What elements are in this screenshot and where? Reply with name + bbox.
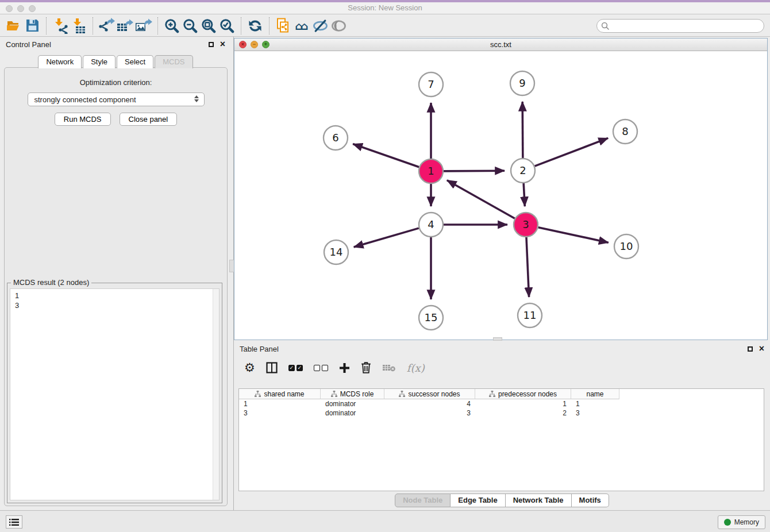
network-canvas[interactable]: 7968124314101511 xyxy=(234,51,767,340)
mcds-result-group: MCDS result (2 nodes) 1 3 xyxy=(7,283,222,503)
network-close-button[interactable]: × xyxy=(239,41,247,48)
graph-edge-2-3[interactable] xyxy=(523,183,525,206)
first-neighbors-icon[interactable]: ⌂⌂ xyxy=(292,17,311,35)
network-maximize-button[interactable]: + xyxy=(262,41,270,48)
graph-edge-4-14[interactable] xyxy=(354,228,419,247)
graph-node-label-6: 6 xyxy=(332,132,338,144)
deselect-all-icon[interactable] xyxy=(314,365,328,371)
float-panel-icon[interactable] xyxy=(209,42,214,47)
toolbar-separator xyxy=(93,17,93,34)
memory-status-icon xyxy=(724,519,731,526)
select-all-icon[interactable]: ✓✓ xyxy=(288,365,303,371)
graph-edge-3-10[interactable] xyxy=(538,228,608,243)
column-header-name[interactable]: name xyxy=(571,389,619,399)
float-table-panel-icon[interactable] xyxy=(748,346,753,352)
zoom-fit-icon[interactable] xyxy=(199,17,218,35)
search-icon xyxy=(601,22,609,30)
tab-node-table[interactable]: Node Table xyxy=(395,494,451,507)
tab-edge-table[interactable]: Edge Table xyxy=(451,494,505,507)
tab-network[interactable]: Network xyxy=(38,55,82,68)
column-header-predecessor-nodes[interactable]: predecessor nodes xyxy=(475,389,571,399)
export-image-icon[interactable] xyxy=(134,17,153,35)
mcds-result-title: MCDS result (2 nodes) xyxy=(11,278,91,287)
column-header-shared-name[interactable]: shared name xyxy=(239,389,321,399)
network-graph[interactable]: 7968124314101511 xyxy=(234,51,767,340)
memory-button[interactable]: Memory xyxy=(718,515,765,529)
column-header-successor-nodes[interactable]: successor nodes xyxy=(384,389,475,399)
save-session-icon[interactable] xyxy=(23,17,41,35)
graph-edge-1-6[interactable] xyxy=(353,144,419,167)
list-icon xyxy=(9,518,19,526)
cell-predecessor-nodes: 1 xyxy=(475,399,571,408)
graph-node-label-7: 7 xyxy=(428,78,434,90)
column-type-icon xyxy=(331,391,337,397)
column-type-icon xyxy=(399,391,405,397)
tab-style[interactable]: Style xyxy=(83,55,116,68)
criterion-dropdown[interactable]: strongly connected component xyxy=(28,92,205,106)
show-columns-icon[interactable] xyxy=(266,362,278,373)
delete-table-icon xyxy=(382,363,396,372)
tab-network-table[interactable]: Network Table xyxy=(506,494,572,507)
delete-column-trash-icon[interactable] xyxy=(361,362,371,373)
graph-node-label-10: 10 xyxy=(620,240,633,252)
close-table-panel-icon[interactable]: × xyxy=(759,345,764,352)
node-table-header: shared name MCDS role successor nodes pr… xyxy=(239,389,764,399)
graph-edge-2-8[interactable] xyxy=(535,138,609,166)
show-graphics-icon[interactable] xyxy=(329,17,348,35)
hide-graphics-icon[interactable] xyxy=(311,17,329,35)
graph-node-label-2: 2 xyxy=(519,164,526,176)
task-history-button[interactable] xyxy=(6,515,22,529)
memory-label: Memory xyxy=(734,518,759,526)
graph-edge-3-1[interactable] xyxy=(447,180,515,218)
control-panel-title: Control Panel xyxy=(6,40,51,49)
graph-node-label-4: 4 xyxy=(428,218,434,230)
graph-edge-3-11[interactable] xyxy=(526,237,529,297)
tab-motifs[interactable]: Motifs xyxy=(572,494,609,507)
mcds-result-line: 3 xyxy=(15,300,219,310)
network-window-titlebar[interactable]: × − + scc.txt xyxy=(234,38,767,51)
search-box[interactable] xyxy=(596,19,764,33)
graph-node-label-11: 11 xyxy=(523,309,537,321)
node-table[interactable]: shared name MCDS role successor nodes pr… xyxy=(238,388,764,491)
function-builder-icon: f(x) xyxy=(407,362,425,374)
open-file-icon[interactable] xyxy=(5,17,23,35)
duplicate-network-icon[interactable] xyxy=(274,17,292,35)
horizontal-divider-handle[interactable] xyxy=(493,337,502,341)
refresh-icon[interactable] xyxy=(246,17,264,35)
zoom-in-icon[interactable] xyxy=(163,17,181,35)
main-toolbar: ⌂⌂ xyxy=(0,15,770,37)
tab-select[interactable]: Select xyxy=(117,55,153,68)
graph-edge-1-2[interactable] xyxy=(444,171,505,171)
export-network-icon[interactable] xyxy=(98,17,116,35)
import-network-icon[interactable] xyxy=(51,17,70,35)
tab-mcds[interactable]: MCDS xyxy=(155,55,192,68)
run-mcds-button[interactable]: Run MCDS xyxy=(55,113,111,126)
table-row[interactable]: 1 dominator 4 1 1 xyxy=(239,399,764,408)
add-column-plus-icon[interactable] xyxy=(339,363,350,373)
column-header-mcds-role[interactable]: MCDS role xyxy=(321,389,384,399)
app-titlebar: Session: New Session xyxy=(0,0,770,14)
control-panel-tabs: Network Style Select MCDS xyxy=(0,55,231,68)
table-settings-gear-icon[interactable]: ⚙ xyxy=(244,362,255,374)
zoom-out-icon[interactable] xyxy=(181,17,199,35)
cell-shared-name: 3 xyxy=(239,408,321,418)
export-table-icon[interactable] xyxy=(116,17,134,35)
toolbar-separator xyxy=(157,17,158,34)
network-window: × − + scc.txt 7968124314101511 xyxy=(234,38,768,340)
close-panel-button[interactable]: Close panel xyxy=(120,113,178,126)
close-panel-icon[interactable]: × xyxy=(220,41,225,48)
result-scrollbar[interactable] xyxy=(213,289,219,500)
dropdown-stepper-icon xyxy=(194,95,199,102)
app-window: { "window": { "title": "Session: New Ses… xyxy=(0,0,770,532)
table-row[interactable]: 3 dominator 3 2 3 xyxy=(239,408,764,418)
mcds-result-text[interactable]: 1 3 xyxy=(10,288,220,500)
import-table-icon[interactable] xyxy=(70,17,88,35)
graph-node-label-1: 1 xyxy=(428,165,434,177)
toolbar-separator xyxy=(46,17,47,34)
zoom-selected-icon[interactable] xyxy=(218,17,236,35)
network-minimize-button[interactable]: − xyxy=(251,41,258,48)
table-panel-header: Table Panel × xyxy=(234,341,770,356)
search-input[interactable] xyxy=(612,21,764,30)
mcds-result-line: 1 xyxy=(15,291,219,300)
graph-edge-2-9[interactable] xyxy=(522,102,523,158)
